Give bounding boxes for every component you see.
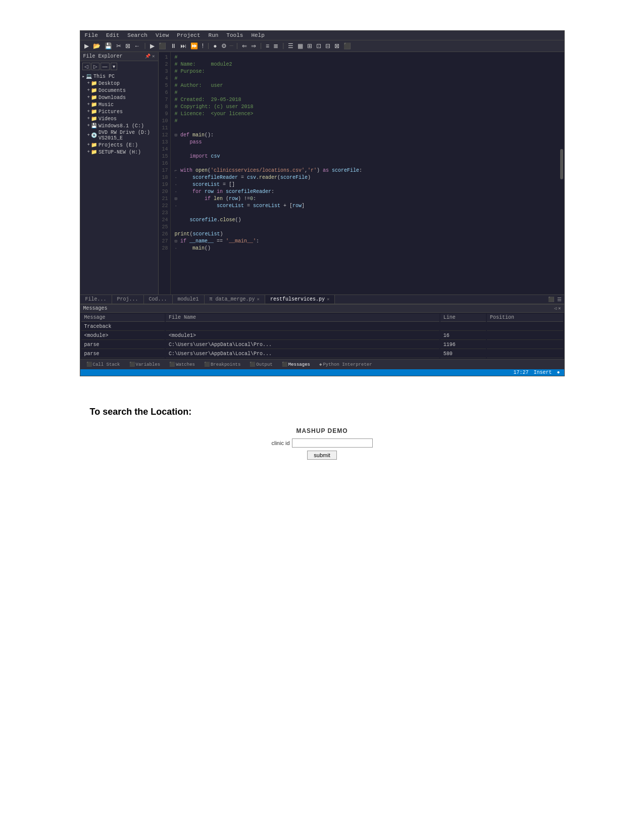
- bottom-tab-python[interactable]: ◆ Python Interpreter: [315, 361, 376, 368]
- messages-close-icon[interactable]: ✕: [558, 306, 561, 311]
- code-editor[interactable]: 12345 678910 1112131415 1617181920 21222…: [159, 52, 564, 295]
- tree-label: Windows8.1 (C:): [98, 123, 144, 129]
- tab-module1[interactable]: module1: [173, 295, 205, 304]
- tree-forward-btn[interactable]: ▷: [91, 63, 100, 70]
- tree-item-videos[interactable]: + 📁 Videos: [80, 115, 158, 122]
- tree-item-dvd[interactable]: + 💿 DVD RW Drive (D:) VS2015_E: [80, 129, 158, 141]
- toolbar-cut[interactable]: ⊠: [124, 42, 131, 50]
- toolbar-win6[interactable]: ⊠: [333, 42, 340, 50]
- menu-project[interactable]: Project: [175, 32, 202, 39]
- toolbar-pause[interactable]: ⏸: [169, 42, 177, 50]
- menu-bar: File Edit Search View Project Run Tools …: [80, 31, 564, 40]
- menu-edit[interactable]: Edit: [105, 32, 121, 39]
- toolbar-new[interactable]: ▶: [83, 42, 90, 50]
- variables-icon: ⬛: [129, 362, 135, 367]
- menu-help[interactable]: Help: [250, 32, 266, 39]
- folder-icon: 📁: [91, 102, 97, 108]
- bottom-tab-breakpoints[interactable]: ⬛ Breakpoints: [200, 361, 244, 368]
- toolbar-step[interactable]: ⏭: [179, 42, 187, 50]
- tab-cod[interactable]: Cod...: [144, 295, 173, 304]
- toolbar-right[interactable]: ⇒: [250, 42, 257, 50]
- bottom-tab-variables[interactable]: ⬛ Variables: [125, 361, 165, 368]
- tree-item-pictures[interactable]: + 📁 Pictures: [80, 108, 158, 115]
- table-row: parse C:\Users\user\AppData\Local\Pro...…: [81, 341, 563, 349]
- toolbar-save[interactable]: 💾: [104, 42, 113, 50]
- bottom-tab-messages[interactable]: ⬛ Messages: [278, 361, 314, 368]
- tree-item-music[interactable]: + 📁 Music: [80, 101, 158, 108]
- toolbar-excl[interactable]: !: [201, 42, 205, 50]
- watches-icon: ⬛: [169, 362, 175, 367]
- toolbar-open[interactable]: 📂: [92, 42, 102, 50]
- clinic-id-input[interactable]: [292, 438, 373, 448]
- msg-pos: [487, 323, 563, 331]
- toolbar-grid1[interactable]: ≡: [265, 42, 270, 50]
- toolbar-b2[interactable]: ⚙: [220, 42, 228, 50]
- tree-item-projects[interactable]: + 📁 Projects (E:): [80, 141, 158, 149]
- col-filename: File Name: [166, 314, 439, 322]
- toolbar: ▶ 📂 💾 ✂ ⊠ ← | ▶ ⬛ ⏸ ⏭ ⏩ ! | ● ⚙ — | ⇐ ⇒ …: [80, 40, 564, 52]
- toolbar-forward[interactable]: ⏩: [189, 42, 199, 50]
- bottom-tab-callstack[interactable]: ⬛ Call Stack: [82, 361, 124, 368]
- folder-icon: 📁: [91, 116, 97, 122]
- toolbar-b1[interactable]: ●: [212, 42, 218, 50]
- messages-pin-icon[interactable]: ◁: [554, 306, 557, 311]
- status-mode: Insert: [533, 370, 552, 375]
- toolbar-arrow[interactable]: ←: [133, 42, 141, 50]
- tree-item-downloads[interactable]: + 📁 Downloads: [80, 94, 158, 101]
- bottom-tab-output[interactable]: ⬛ Output: [245, 361, 276, 368]
- tab-actions[interactable]: ⬛ ☰: [546, 297, 564, 303]
- tree-item-documents[interactable]: + 📁 Documents: [80, 87, 158, 94]
- tree-item-thispc[interactable]: ▸ 💻 This PC: [80, 73, 158, 80]
- panel-header-icons: 📌 ✕: [145, 54, 155, 59]
- toolbar-win1[interactable]: ☰: [287, 42, 294, 50]
- msg-message: Traceback: [81, 323, 165, 331]
- tab-label: Cod...: [149, 297, 167, 302]
- main-area: File Explorer 📌 ✕ ◁ ▷ — ▾ ▸ 💻 This PC: [80, 52, 564, 295]
- mashup-submit-button[interactable]: submit: [307, 451, 336, 460]
- tree-item-setup[interactable]: + 📁 SETUP-NEW (H:): [80, 149, 158, 156]
- messages-icon: ⬛: [282, 362, 287, 367]
- msg-file: C:\Users\user\AppData\Local\Pro...: [166, 350, 439, 358]
- toolbar-win2[interactable]: ▦: [296, 42, 304, 50]
- toolbar-win3[interactable]: ⊞: [306, 42, 313, 50]
- toolbar-left[interactable]: ⇐: [241, 42, 248, 50]
- tab-restful[interactable]: restfulservices.py ✕: [265, 295, 335, 304]
- editor-scrollbar[interactable]: [560, 149, 563, 179]
- tree-expand-arrow: +: [87, 95, 90, 100]
- toolbar-stop[interactable]: ⬛: [158, 42, 167, 50]
- tree-collapse-btn[interactable]: —: [101, 63, 110, 70]
- tree-label: Documents: [98, 88, 126, 93]
- tab-file[interactable]: File...: [80, 295, 112, 304]
- toolbar-win5[interactable]: ⊟: [324, 42, 331, 50]
- folder-icon: 📁: [91, 94, 97, 101]
- toolbar-win7[interactable]: ⬛: [342, 42, 352, 50]
- menu-view[interactable]: View: [154, 32, 170, 39]
- tab-close-icon[interactable]: ✕: [327, 297, 329, 302]
- messages-header: Messages ◁ ✕: [80, 305, 564, 313]
- menu-run[interactable]: Run: [207, 32, 220, 39]
- tab-datamerge[interactable]: π data_merge.py ✕: [205, 295, 265, 304]
- tree-item-desktop[interactable]: + 📁 Desktop: [80, 80, 158, 87]
- tree-item-drive-c[interactable]: + 💾 Windows8.1 (C:): [80, 122, 158, 129]
- tree-expand-arrow: +: [87, 150, 90, 155]
- toolbar-grid2[interactable]: ≣: [272, 42, 279, 50]
- toolbar-win4[interactable]: ⊡: [315, 42, 322, 50]
- file-explorer-title: File Explorer: [83, 54, 123, 59]
- tree-back-btn[interactable]: ◁: [82, 63, 90, 70]
- bottom-tab-watches[interactable]: ⬛ Watches: [165, 361, 199, 368]
- toolbar-saveas[interactable]: ✂: [115, 42, 122, 50]
- menu-search[interactable]: Search: [126, 32, 149, 39]
- panel-pin-icon[interactable]: 📌: [145, 54, 151, 59]
- tab-close-icon[interactable]: ✕: [257, 297, 260, 302]
- col-position: Position: [487, 314, 563, 322]
- tab-proj[interactable]: Proj...: [112, 295, 144, 304]
- menu-file[interactable]: File: [83, 32, 100, 39]
- tree-options-btn[interactable]: ▾: [111, 63, 117, 70]
- panel-close-icon[interactable]: ✕: [152, 54, 155, 59]
- toolbar-run[interactable]: ▶: [149, 42, 156, 50]
- folder-icon: 📁: [91, 87, 97, 93]
- folder-icon: 📁: [91, 80, 97, 86]
- file-explorer: File Explorer 📌 ✕ ◁ ▷ — ▾ ▸ 💻 This PC: [80, 52, 159, 295]
- menu-tools[interactable]: Tools: [225, 32, 244, 39]
- folder-icon: 📁: [91, 142, 97, 148]
